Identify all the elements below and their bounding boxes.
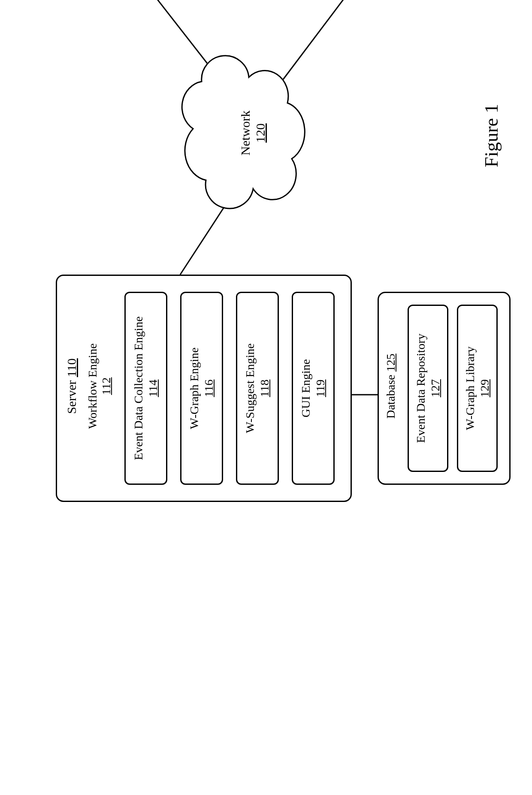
event-data-collection-engine: Event Data Collection Engine 114 <box>124 292 167 485</box>
network-label: Network 120 <box>238 94 268 172</box>
server-title: Server 110 <box>64 339 79 433</box>
gui-engine: GUI Engine 119 <box>292 292 335 485</box>
workflow-engine-label: Workflow Engine 112 <box>86 317 113 455</box>
w-graph-library: W-Graph Library 129 <box>457 305 498 472</box>
w-suggest-engine: W-Suggest Engine 118 <box>236 292 279 485</box>
database-title: Database 125 <box>384 330 398 442</box>
svg-line-4 <box>283 0 395 79</box>
figure-caption: Figure 1 <box>481 104 502 167</box>
w-graph-engine: W-Graph Engine 116 <box>180 292 223 485</box>
event-data-repository: Event Data Repository 127 <box>408 305 448 472</box>
